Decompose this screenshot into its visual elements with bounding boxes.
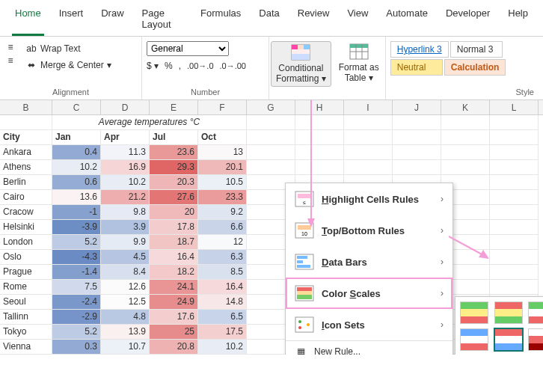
data-cell[interactable]: 17.5 <box>198 325 247 340</box>
table-header[interactable]: Jan <box>52 130 101 145</box>
data-cell[interactable]: -2.9 <box>52 310 101 325</box>
city-cell[interactable]: Cracow <box>0 205 52 220</box>
data-cell[interactable]: 11.3 <box>101 145 150 160</box>
data-cell[interactable]: 0.3 <box>52 340 101 355</box>
data-cell[interactable]: 12.5 <box>101 295 150 310</box>
col-header-L[interactable]: L <box>490 100 539 114</box>
cell[interactable] <box>247 145 295 160</box>
cell[interactable] <box>490 235 539 250</box>
color-scale-option[interactable] <box>460 301 488 324</box>
cell[interactable] <box>344 115 393 130</box>
data-cell[interactable]: -1 <box>52 205 101 220</box>
align-top-icon[interactable]: ≡ <box>4 41 16 53</box>
data-cell[interactable]: 12 <box>198 235 247 250</box>
data-cell[interactable]: 8.4 <box>101 265 150 280</box>
cell[interactable] <box>393 160 441 175</box>
tab-automate[interactable]: Automate <box>377 3 437 36</box>
tab-insert[interactable]: Insert <box>50 3 93 36</box>
tab-home[interactable]: Home <box>6 3 50 36</box>
cf-top-bottom[interactable]: 10 Top/Bottom Rules › <box>286 215 452 246</box>
cf-new-rule[interactable]: ▦ New Rule... <box>286 341 452 355</box>
data-cell[interactable]: 4.8 <box>101 310 150 325</box>
city-cell[interactable]: Prague <box>0 265 52 280</box>
data-cell[interactable]: 13 <box>198 145 247 160</box>
data-cell[interactable]: -2.4 <box>52 295 101 310</box>
tab-help[interactable]: Help <box>499 3 537 36</box>
color-scale-option[interactable] <box>494 301 523 324</box>
data-cell[interactable]: -1.4 <box>52 265 101 280</box>
cf-color-scales[interactable]: Color Scales › <box>286 278 452 309</box>
data-cell[interactable]: 6.6 <box>198 220 247 235</box>
cell[interactable] <box>393 130 441 145</box>
city-cell[interactable]: Seoul <box>0 295 52 310</box>
tab-developer[interactable]: Developer <box>437 3 499 36</box>
tab-page-layout[interactable]: Page Layout <box>133 3 192 36</box>
cell[interactable] <box>393 115 441 130</box>
tab-view[interactable]: View <box>338 3 377 36</box>
data-cell[interactable]: 21.2 <box>101 190 150 205</box>
cell[interactable] <box>344 145 393 160</box>
percent-button[interactable]: % <box>165 61 173 71</box>
city-cell[interactable]: Tokyo <box>0 325 52 340</box>
city-cell[interactable]: London <box>0 235 52 250</box>
cell-style-calculation[interactable]: Calculation <box>444 59 506 76</box>
cell-style-neutral[interactable]: Neutral <box>390 59 443 76</box>
city-cell[interactable]: Rome <box>0 280 52 295</box>
data-cell[interactable]: 13.6 <box>52 190 101 205</box>
cell[interactable] <box>344 160 393 175</box>
cf-highlight-cells[interactable]: ≤ Highlight Cells Rules › <box>286 183 452 215</box>
color-scale-option[interactable] <box>528 328 543 351</box>
cell[interactable] <box>295 130 344 145</box>
cell[interactable] <box>490 265 539 280</box>
data-cell[interactable]: -3.9 <box>52 220 101 235</box>
data-cell[interactable]: 10.7 <box>101 340 150 355</box>
data-cell[interactable]: 29.3 <box>150 160 198 175</box>
comma-button[interactable]: , <box>179 61 181 71</box>
cell[interactable] <box>490 250 539 265</box>
align-left-icon[interactable]: ≡ <box>4 55 16 67</box>
col-header-J[interactable]: J <box>393 100 441 114</box>
cell[interactable] <box>441 145 490 160</box>
currency-button[interactable]: $ ▾ <box>147 61 159 71</box>
data-cell[interactable]: 4.5 <box>101 250 150 265</box>
cell[interactable] <box>490 190 539 205</box>
city-cell[interactable]: Helsinki <box>0 220 52 235</box>
format-as-table-button[interactable]: Format asTable ▾ <box>334 41 384 85</box>
city-cell[interactable]: Berlin <box>0 175 52 190</box>
city-cell[interactable]: Tallinn <box>0 310 52 325</box>
col-header-E[interactable]: E <box>150 100 198 114</box>
data-cell[interactable]: 10.5 <box>198 175 247 190</box>
data-cell[interactable]: 0.6 <box>52 175 101 190</box>
cell[interactable] <box>295 115 344 130</box>
cell[interactable] <box>441 160 490 175</box>
data-cell[interactable]: 14.8 <box>198 295 247 310</box>
data-cell[interactable]: 24.1 <box>150 280 198 295</box>
cell[interactable] <box>490 280 539 295</box>
data-cell[interactable]: 27.6 <box>150 190 198 205</box>
cell[interactable] <box>344 130 393 145</box>
data-cell[interactable]: 7.5 <box>52 280 101 295</box>
data-cell[interactable]: 0.4 <box>52 145 101 160</box>
cf-data-bars[interactable]: Data Bars › <box>286 246 452 278</box>
data-cell[interactable]: -4.3 <box>52 250 101 265</box>
cell[interactable] <box>0 115 52 130</box>
col-header-B[interactable]: B <box>0 100 52 114</box>
cell[interactable] <box>393 145 441 160</box>
cell[interactable] <box>247 130 295 145</box>
data-cell[interactable]: 25 <box>150 325 198 340</box>
data-cell[interactable]: 3.9 <box>101 220 150 235</box>
data-cell[interactable]: 23.6 <box>150 145 198 160</box>
col-header-D[interactable]: D <box>101 100 150 114</box>
tab-formulas[interactable]: Formulas <box>191 3 250 36</box>
table-title[interactable]: Average temperatures °C <box>52 115 247 130</box>
tab-draw[interactable]: Draw <box>92 3 132 36</box>
data-cell[interactable]: 10.2 <box>101 175 150 190</box>
cell[interactable] <box>490 205 539 220</box>
data-cell[interactable]: 17.8 <box>150 220 198 235</box>
cell[interactable] <box>490 145 539 160</box>
table-header[interactable]: City <box>0 130 52 145</box>
cell[interactable] <box>247 115 295 130</box>
cell[interactable] <box>490 175 539 190</box>
col-header-F[interactable]: F <box>198 100 247 114</box>
data-cell[interactable]: 8.5 <box>198 265 247 280</box>
